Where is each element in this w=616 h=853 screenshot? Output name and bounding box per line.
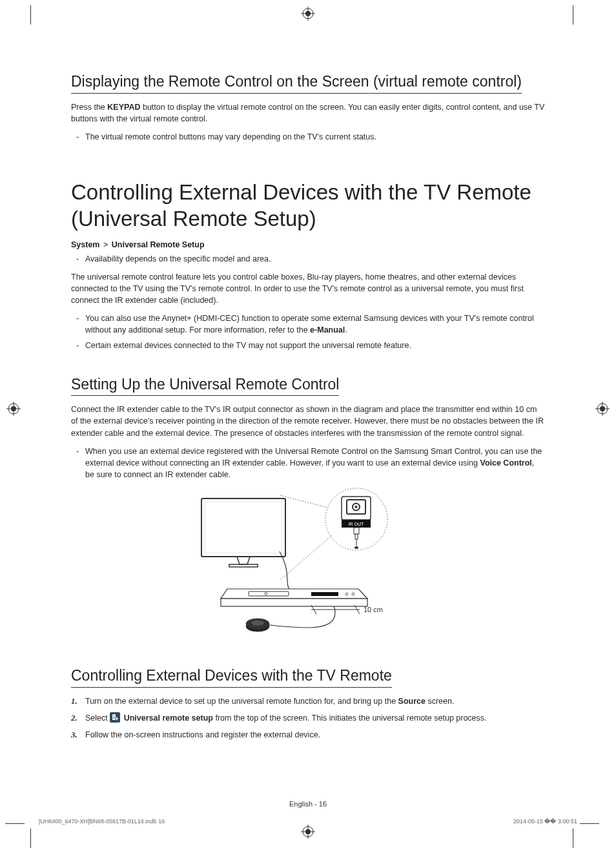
registration-mark-icon: [595, 402, 610, 416]
print-file-name: [UH6400_6470-XH]BN68-05817B-01L16.indb 1…: [39, 818, 165, 825]
svg-rect-35: [311, 592, 338, 596]
menu-breadcrumb: System > Universal Remote Setup: [71, 240, 545, 249]
svg-point-22: [355, 506, 358, 508]
svg-point-9: [600, 406, 605, 411]
svg-point-40: [251, 621, 264, 626]
svg-text:10 cm: 10 cm: [364, 606, 383, 613]
note-item: The virtual remote control buttons may v…: [71, 131, 545, 143]
universal-remote-setup-icon: [110, 712, 120, 723]
svg-point-13: [305, 829, 311, 834]
registration-mark-icon: [301, 825, 315, 839]
breadcrumb-separator: >: [102, 240, 109, 249]
paragraph: Press the KEYPAD button to display the v…: [71, 101, 545, 125]
text: .: [345, 325, 347, 334]
ir-extender-diagram: IR OUT: [71, 487, 545, 644]
text: Press the: [71, 103, 107, 112]
page-number: English - 16: [289, 800, 327, 808]
svg-text:IR OUT: IR OUT: [349, 522, 364, 526]
paragraph: The universal remote control feature let…: [71, 271, 545, 306]
note-item: Availability depends on the specific mod…: [71, 253, 545, 265]
universal-remote-setup-label: Universal remote setup: [124, 714, 213, 723]
voice-control-label: Voice Control: [480, 458, 531, 468]
registration-mark-icon: [6, 402, 21, 416]
section-heading-universal-remote: Controlling External Devices with the TV…: [71, 179, 545, 232]
svg-point-4: [8, 404, 19, 414]
svg-rect-47: [113, 717, 115, 717]
print-job-footer: [UH6400_6470-XH]BN68-05817B-01L16.indb 1…: [39, 818, 577, 825]
step-list: Turn on the external device to set up th…: [71, 695, 545, 741]
step-item: Follow the on-screen instructions and re…: [71, 729, 545, 741]
section-heading-virtual-remote: Displaying the Remote Control on the Scr…: [71, 72, 522, 94]
note-list: Availability depends on the specific mod…: [71, 253, 545, 265]
note-list: When you use an external device register…: [71, 446, 545, 480]
source-label: Source: [398, 697, 426, 706]
note-item: When you use an external device register…: [71, 446, 545, 480]
print-timestamp: 2014-05-15 �� 3:00:51: [513, 818, 577, 825]
svg-line-18: [280, 535, 333, 580]
svg-rect-32: [221, 599, 367, 606]
registration-mark-icon: [301, 6, 315, 21]
paragraph: Connect the IR extender cable to the TV'…: [71, 404, 545, 438]
breadcrumb-item: System: [71, 240, 99, 249]
note-item: You can also use the Anynet+ (HDMI-CEC) …: [71, 313, 545, 336]
page-footer: English - 16: [71, 800, 545, 808]
keypad-label: KEYPAD: [107, 103, 140, 112]
section-heading-controlling: Controlling External Devices with the TV…: [71, 666, 392, 688]
svg-point-46: [114, 715, 115, 716]
step-item: Turn on the external device to set up th…: [71, 695, 545, 707]
text: button to display the virtual remote con…: [71, 103, 544, 123]
section-heading-setting-up: Setting Up the Universal Remote Control: [71, 375, 339, 396]
note-list: The virtual remote control buttons may v…: [71, 131, 545, 143]
svg-rect-30: [205, 502, 282, 553]
text: Select: [85, 714, 110, 723]
svg-point-5: [11, 406, 16, 411]
svg-point-0: [303, 8, 313, 19]
text: When you use an external device register…: [85, 447, 542, 468]
text: from the top of the screen. This initiat…: [213, 714, 487, 723]
svg-point-1: [305, 11, 311, 16]
svg-rect-31: [229, 564, 258, 567]
note-item: Certain external devices connected to th…: [71, 340, 545, 351]
emanual-label: e-Manual: [310, 325, 345, 334]
svg-line-17: [280, 495, 327, 508]
text: screen.: [426, 697, 454, 706]
step-item: Select Universal remote setup from the t…: [71, 712, 545, 724]
svg-point-27: [354, 546, 358, 549]
note-list: You can also use the Anynet+ (HDMI-CEC) …: [71, 313, 545, 351]
text: Turn on the external device to set up th…: [85, 697, 398, 706]
svg-rect-48: [113, 718, 115, 719]
svg-rect-26: [355, 534, 358, 539]
svg-rect-25: [354, 528, 359, 534]
svg-point-8: [597, 404, 608, 414]
page-content: Displaying the Remote Control on the Scr…: [71, 72, 545, 808]
breadcrumb-item: Universal Remote Setup: [112, 240, 205, 249]
svg-point-12: [303, 827, 313, 837]
